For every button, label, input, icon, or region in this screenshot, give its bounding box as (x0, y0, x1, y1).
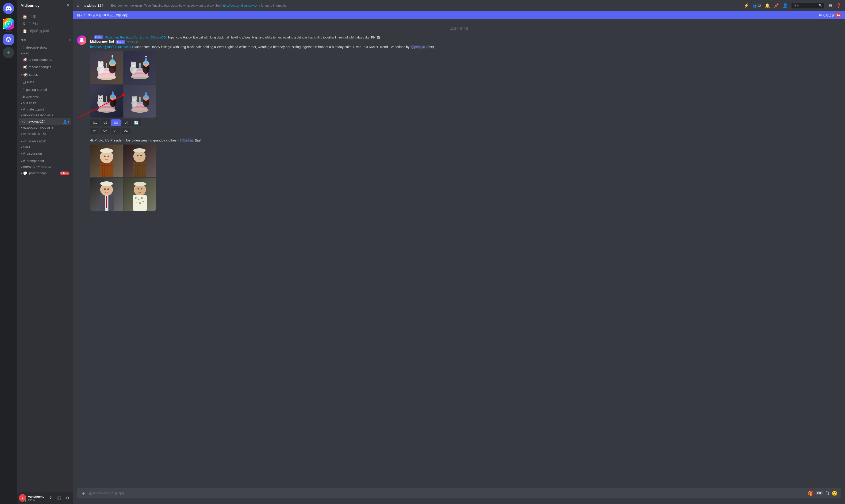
svg-point-42 (101, 95, 103, 98)
birthday-image-1 (90, 51, 123, 84)
nav-activity[interactable]: 🗓 2 活动 (19, 20, 71, 28)
section-community-forums[interactable]: ▾ COMMUNITY FORUMS (17, 165, 73, 169)
activity-icon: 🗓 (22, 22, 26, 26)
svg-point-100 (141, 197, 143, 199)
settings-button[interactable]: ⚙ (64, 494, 71, 502)
mark-read-button[interactable]: 标记为已读 新♦ (819, 13, 841, 17)
channel-discussion-expandable[interactable]: ▶ # discussion (19, 150, 71, 157)
section-chat[interactable]: ▾ CHAT (17, 145, 73, 150)
mention-berkay[interactable]: @Berkay (179, 139, 194, 142)
channel-recent-changes[interactable]: 📢 recent-changes (19, 64, 71, 71)
megaphone-icon-2: 📢 (22, 65, 27, 69)
refresh-button[interactable]: 🔄 (132, 120, 141, 126)
search-bar[interactable]: 🔍 (791, 3, 824, 8)
add-server-button[interactable]: + (3, 47, 14, 58)
u3-button[interactable]: U3 (111, 120, 121, 126)
svg-point-12 (101, 61, 104, 65)
recommended-close-icon[interactable]: ✕ (68, 38, 71, 43)
birthday-image-grid[interactable] (90, 51, 156, 118)
messages-area[interactable]: 2023年4月4日 ✓ 机器人 Midjourney Bot https://s… (73, 19, 845, 488)
gif-button[interactable]: GIF (816, 491, 823, 495)
nav-home[interactable]: 🏠 主页 (19, 13, 71, 20)
svg-point-26 (131, 61, 133, 65)
u2-button[interactable]: U2 (101, 120, 110, 126)
add-member-icon[interactable]: 👤+ (63, 120, 69, 124)
fullscreen-icon[interactable]: 🖥 (828, 3, 832, 8)
message-link-1[interactable]: https://s.mj.run/z-rQ0LhxvOQ (90, 45, 133, 49)
svg-rect-91 (106, 196, 107, 208)
channel-rules[interactable]: ☑ rules (19, 78, 71, 86)
svg-point-95 (138, 188, 139, 190)
help-icon[interactable]: ❓ (836, 3, 841, 8)
midjourney-bot-link[interactable]: Midjourney Bot (104, 36, 125, 39)
nav-channels[interactable]: 📋 频道和身份组 (19, 28, 71, 35)
midjourney-server[interactable] (3, 18, 14, 30)
channel-status-expandable[interactable]: ▶ 📢 status (19, 71, 71, 78)
section-support[interactable]: ▾ SUPPORT (17, 101, 73, 106)
date-divider: 2023年4月4日 (77, 27, 841, 31)
v4-button[interactable]: V4 (121, 128, 130, 134)
svg-point-99 (138, 199, 139, 200)
verified-check: ✓ (90, 36, 93, 39)
svg-point-86 (100, 181, 113, 186)
sticker-icon[interactable]: 🗒 (825, 491, 830, 496)
emoji-icon[interactable]: 😊 (832, 490, 838, 496)
channel-getting-started[interactable]: # getting-started (19, 86, 71, 93)
home-icon: 🏠 (22, 15, 27, 19)
channel-prompt-faqs-expandable[interactable]: ▶ 💬 prompt-faqs 7 New (19, 169, 71, 177)
channel-newbies-124[interactable]: ≡# newbies-124 👤+ (19, 118, 71, 125)
channel-announcements[interactable]: 📢 announcements (19, 56, 71, 64)
boost-icon[interactable]: ⚡ (744, 3, 749, 8)
pin-icon[interactable]: 📌 (774, 3, 779, 8)
mute-bell-icon[interactable]: 🔔 (765, 3, 770, 8)
prompt-faqs-expand-arrow: ▶ (21, 172, 22, 175)
members-icon[interactable]: 👤 (782, 3, 788, 8)
v3-button[interactable]: V3 (111, 128, 120, 134)
svg-point-23 (139, 62, 141, 65)
server-icon-midjourney[interactable] (3, 18, 14, 30)
action-buttons-row1: U1 U2 U3 U4 🔄 (90, 120, 841, 126)
input-actions: 🎁 GIF 🗒 😊 (808, 490, 838, 496)
u4-button[interactable]: U4 (122, 120, 131, 126)
channel-newbies-154-expandable[interactable]: ▶ ≡# newbies-154 (19, 130, 71, 138)
search-input[interactable] (793, 4, 817, 7)
server-icon-art[interactable] (3, 34, 14, 45)
gift-icon[interactable]: 🎁 (808, 490, 814, 496)
discord-home-button[interactable] (3, 3, 14, 14)
machine-badge: 机器人 (94, 35, 103, 39)
mention-pengyu[interactable]: @pengyu (410, 45, 425, 49)
svg-point-102 (139, 202, 141, 204)
v1-button[interactable]: V1 (90, 128, 100, 134)
channel-prompt-chat-expandable[interactable]: ▶ # prompt-chat (19, 157, 71, 165)
headphone-button[interactable]: 🎧 (55, 494, 63, 502)
channel-trial-support-expandable[interactable]: ▶ # trial-support (19, 106, 71, 113)
server-header[interactable]: Midjourney ✕ (17, 0, 73, 11)
pre-header-link[interactable]: https://s.mj.run/z-rQ0LhxvOQ (126, 36, 166, 39)
v2-button[interactable]: V2 (101, 128, 110, 134)
user-avatar[interactable]: Y (19, 494, 26, 502)
channel-newbies-184-expandable[interactable]: ▶ ≡# newbies-184 (19, 138, 71, 145)
new-messages-banner[interactable]: 自从 16:33 以来有 50 条以上的新消息 标记为已读 新♦ (73, 11, 845, 19)
channel-header-name: newbies-124 (82, 3, 103, 7)
channel-describe-show[interactable]: # describe-show (19, 44, 71, 51)
megaphone-icon-1: 📢 (22, 57, 27, 62)
biden-image-1 (90, 145, 123, 177)
bot-avatar-1 (77, 35, 86, 45)
section-newcomer-3[interactable]: ▾ NEWCOMER ROOMS 3 (17, 113, 73, 118)
topic-link[interactable]: https://docs.midjourney.com/ (222, 4, 260, 7)
message-add-button[interactable]: ＋ (81, 490, 86, 497)
mic-button[interactable]: 🎙 (47, 494, 54, 502)
u1-button[interactable]: U1 (90, 120, 100, 126)
svg-point-101 (136, 202, 137, 203)
megaphone-icon-3: 📢 (23, 72, 28, 77)
svg-point-96 (141, 188, 142, 190)
biden-image-grid[interactable] (90, 145, 156, 211)
pre-header-text: Super cute Happy little girl with long b… (168, 36, 375, 39)
message-group-2: 4k Photo. US President Joe Biden wearing… (73, 137, 845, 212)
main-content: # newbies-124 Bot room for new users. Ty… (73, 0, 845, 504)
message-input[interactable] (89, 489, 805, 498)
section-info[interactable]: ▾ INFO (17, 51, 73, 56)
section-newcomer-4[interactable]: ▾ NEWCOMER ROOMS 4 (17, 125, 73, 130)
channel-welcome[interactable]: # welcome (19, 93, 71, 101)
user-info: yunchuchu #3469 (28, 495, 45, 501)
